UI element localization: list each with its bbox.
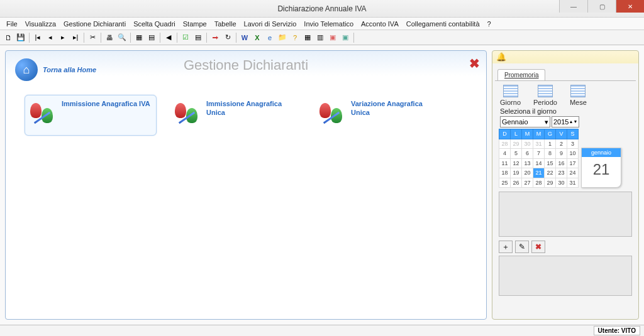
cal-day-25[interactable]: 25 (499, 178, 511, 188)
card-1[interactable]: Immissione Anagrafica Unica (169, 95, 301, 136)
card-2[interactable]: Variazione Anagrafica Unica (314, 95, 446, 136)
menu-invio-telematico[interactable]: Invio Telematico (300, 19, 357, 29)
menu--[interactable]: ? (484, 19, 495, 29)
cal-day-17[interactable]: 17 (567, 158, 579, 168)
folder-icon[interactable]: 📁 (277, 32, 288, 43)
cal-day-13[interactable]: 13 (522, 158, 533, 168)
last-icon[interactable]: ▸| (70, 32, 81, 43)
refresh-icon[interactable]: ↻ (222, 32, 233, 43)
tool1-icon[interactable]: ▦ (133, 32, 145, 43)
card-label: Immissione Anagrafica IVA (62, 99, 150, 108)
cal-day-3[interactable]: 3 (567, 139, 579, 149)
menubar: FileVisualizzaGestione DichiarantiScelta… (0, 18, 644, 30)
big-day-card: gennaio 21 (581, 148, 621, 188)
delete-note-icon[interactable]: ✖ (531, 241, 545, 253)
cal-day-6[interactable]: 6 (522, 149, 533, 159)
year-spinner[interactable]: 2015 ▲▼ (552, 116, 579, 127)
cal-day-31[interactable]: 31 (567, 178, 579, 188)
cal-day-5[interactable]: 5 (511, 149, 522, 159)
cal-day-28[interactable]: 28 (533, 178, 545, 188)
menu-stampe[interactable]: Stampe (179, 19, 211, 29)
cal-day-31[interactable]: 31 (533, 139, 545, 149)
app1-icon[interactable]: ▣ (327, 32, 338, 43)
select-day-label: Seleziona il giorno (495, 107, 636, 115)
check-icon[interactable]: ☑ (180, 32, 191, 43)
page-title: Gestione Dichiaranti (184, 57, 308, 73)
next-icon[interactable]: ▸ (57, 32, 69, 43)
app2-icon[interactable]: ▣ (340, 32, 351, 43)
home-link[interactable]: ⌂ Torna alla Home (15, 58, 96, 81)
mode-day[interactable]: Giorno (500, 85, 521, 106)
cal-day-2[interactable]: 2 (556, 139, 567, 149)
cal-day-21[interactable]: 21 (533, 168, 545, 178)
cal-day-30[interactable]: 30 (522, 139, 533, 149)
menu-tabelle[interactable]: Tabelle (211, 19, 240, 29)
first-icon[interactable]: |◂ (32, 32, 43, 43)
cal-day-23[interactable]: 23 (556, 168, 567, 178)
cut-icon[interactable]: ✂ (87, 32, 98, 43)
close-button[interactable]: ✕ (616, 0, 644, 13)
cal-day-10[interactable]: 10 (567, 149, 579, 159)
list-icon[interactable]: ▤ (192, 32, 204, 43)
calendar-grid[interactable]: DLMMGVS282930311234567891011121314151617… (499, 129, 579, 188)
calendar-month-icon (570, 85, 586, 97)
panel-close-icon[interactable]: ✖ (469, 56, 480, 71)
menu-acconto-iva[interactable]: Acconto IVA (357, 19, 402, 29)
edit-note-icon[interactable]: ✎ (515, 241, 529, 253)
save-icon[interactable]: 💾 (15, 32, 26, 43)
cal-day-9[interactable]: 9 (556, 149, 567, 159)
cal-day-29[interactable]: 29 (511, 139, 522, 149)
cal-day-11[interactable]: 11 (499, 158, 511, 168)
big-day-month: gennaio (582, 148, 621, 157)
prev-icon[interactable]: ◂ (45, 32, 56, 43)
cal-day-18[interactable]: 18 (499, 168, 511, 178)
note-text-area[interactable] (499, 256, 632, 296)
cal-day-8[interactable]: 8 (545, 149, 556, 159)
cal-day-4[interactable]: 4 (499, 149, 511, 159)
maximize-button[interactable]: ▢ (587, 0, 616, 13)
cal-day-22[interactable]: 22 (545, 168, 556, 178)
cal-day-14[interactable]: 14 (533, 158, 545, 168)
menu-file[interactable]: File (3, 19, 21, 29)
mode-month[interactable]: Mese (570, 85, 587, 106)
back-icon[interactable]: ◀ (163, 32, 174, 43)
tool2-icon[interactable]: ▤ (146, 32, 157, 43)
tab-promemoria[interactable]: Promemoria (497, 69, 545, 80)
grid1-icon[interactable]: ▦ (302, 32, 313, 43)
menu-collegamenti-contabilit-[interactable]: Collegamenti contabilità (402, 19, 484, 29)
notes-list[interactable] (499, 192, 632, 237)
mode-period[interactable]: Periodo (533, 85, 557, 106)
cal-day-19[interactable]: 19 (511, 168, 522, 178)
cal-day-20[interactable]: 20 (522, 168, 533, 178)
menu-scelta-quadri[interactable]: Scelta Quadri (130, 19, 179, 29)
cal-day-27[interactable]: 27 (522, 178, 533, 188)
preview-icon[interactable]: 🔍 (116, 32, 128, 43)
print-icon[interactable]: 🖶 (104, 32, 115, 43)
cal-day-12[interactable]: 12 (511, 158, 522, 168)
cal-day-26[interactable]: 26 (511, 178, 522, 188)
main-panel: ⌂ Torna alla Home Gestione Dichiaranti ✖… (5, 50, 487, 320)
grid2-icon[interactable]: ▥ (314, 32, 326, 43)
minimize-button[interactable]: — (559, 0, 587, 13)
excel-icon[interactable]: X (252, 32, 263, 43)
menu-visualizza[interactable]: Visualizza (21, 19, 60, 29)
cal-day-28[interactable]: 28 (499, 139, 511, 149)
cal-day-7[interactable]: 7 (533, 149, 545, 159)
ie-icon[interactable]: e (264, 32, 275, 43)
cal-day-1[interactable]: 1 (545, 139, 556, 149)
help-icon[interactable]: ? (289, 32, 301, 43)
menu-lavori-di-servizio[interactable]: Lavori di Servizio (240, 19, 301, 29)
exit-icon[interactable]: ⮕ (209, 32, 221, 43)
window-title: Dichiarazione Annuale IVA (277, 4, 366, 13)
word-icon[interactable]: W (239, 32, 250, 43)
card-0[interactable]: Immissione Anagrafica IVA (25, 95, 157, 136)
cal-day-16[interactable]: 16 (556, 158, 567, 168)
cal-day-24[interactable]: 24 (567, 168, 579, 178)
cal-day-29[interactable]: 29 (545, 178, 556, 188)
add-note-icon[interactable]: ＋ (499, 241, 513, 253)
cal-day-15[interactable]: 15 (545, 158, 556, 168)
new-icon[interactable]: 🗋 (3, 32, 14, 43)
month-select[interactable]: Gennaio ▾ (500, 116, 550, 127)
menu-gestione-dichiaranti[interactable]: Gestione Dichiaranti (60, 19, 130, 29)
cal-day-30[interactable]: 30 (556, 178, 567, 188)
